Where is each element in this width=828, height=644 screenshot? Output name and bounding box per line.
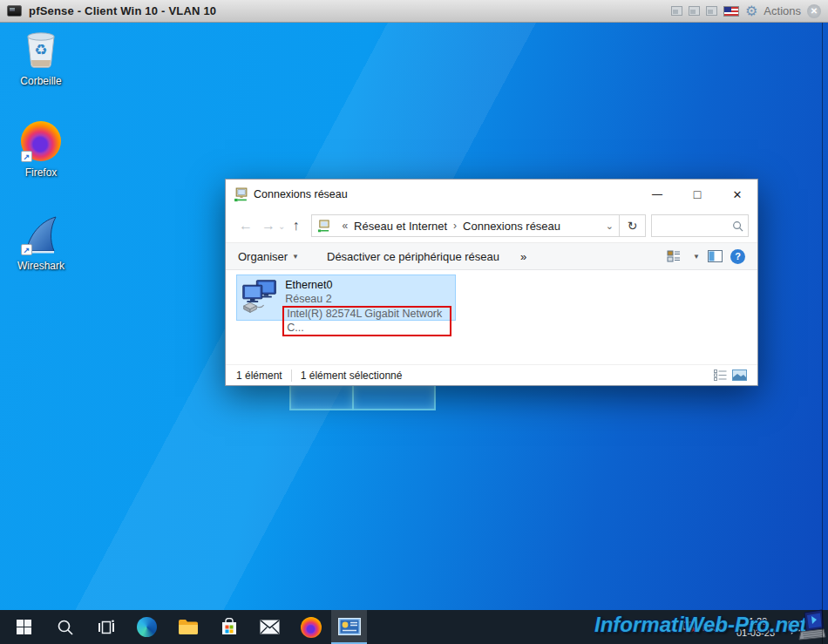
refresh-icon[interactable]: ↻ xyxy=(620,214,646,237)
taskbar-network-connections-button[interactable] xyxy=(331,610,367,644)
vm-console-icon xyxy=(7,5,22,17)
forward-icon[interactable]: → xyxy=(261,218,275,234)
wallpaper-windows-logo xyxy=(289,384,436,410)
wireshark-icon: ↗ xyxy=(20,214,62,256)
taskbar-firefox-button[interactable] xyxy=(290,610,331,644)
adapter-network: Réseau 2 xyxy=(285,293,451,307)
watermark-text: InformatiWeb-Pro.net xyxy=(594,613,807,637)
help-icon[interactable]: ? xyxy=(730,249,745,264)
search-icon xyxy=(57,619,74,636)
address-bar[interactable]: « Réseau et Internet › Connexions réseau… xyxy=(311,214,620,237)
folder-content[interactable]: Ethernet0 Réseau 2 Intel(R) 82574L Gigab… xyxy=(226,270,757,364)
breadcrumb-collapse[interactable]: « xyxy=(342,220,348,232)
breadcrumb-separator-icon: › xyxy=(453,220,457,232)
command-toolbar: Organiser ▼ Désactiver ce périphérique r… xyxy=(226,242,757,270)
close-button[interactable]: ✕ xyxy=(717,180,757,209)
recycle-bin-icon: ♻ xyxy=(20,30,62,71)
taskbar-search-button[interactable] xyxy=(44,610,85,644)
shortcut-arrow-icon: ↗ xyxy=(21,244,32,255)
breadcrumb-item[interactable]: Connexions réseau xyxy=(463,220,560,233)
network-adapter-icon xyxy=(241,278,277,316)
task-view-button[interactable] xyxy=(85,610,126,644)
close-icon[interactable]: ✕ xyxy=(807,4,821,18)
window-titlebar[interactable]: Connexions réseau — □ ✕ xyxy=(226,180,757,209)
search-icon xyxy=(732,220,743,232)
disable-device-button[interactable]: Désactiver ce périphérique réseau xyxy=(327,250,499,263)
desktop-icon-wireshark[interactable]: ↗ Wireshark xyxy=(0,214,82,272)
thumbnail-view-icon[interactable] xyxy=(732,369,747,381)
firefox-icon: ↗ xyxy=(20,121,62,163)
up-icon[interactable]: ↑ xyxy=(292,218,299,234)
vm-titlebar: pfSense - Client Win 10 - VLAN 10 ⚙ Acti… xyxy=(0,0,828,23)
preview-pane-icon[interactable] xyxy=(708,250,723,262)
network-connections-icon xyxy=(317,220,330,233)
file-explorer-icon xyxy=(178,619,199,636)
item-count: 1 élément xyxy=(236,369,282,382)
mail-icon xyxy=(260,620,280,634)
task-view-icon xyxy=(98,620,115,635)
firefox-icon xyxy=(301,617,322,638)
chevron-down-icon[interactable]: ⌄ xyxy=(606,220,614,232)
network-connections-icon xyxy=(234,187,248,202)
change-view-icon[interactable] xyxy=(667,249,681,263)
details-view-icon[interactable] xyxy=(714,369,727,381)
desktop-icon-label: Corbeille xyxy=(0,75,82,87)
desktop-icon-recycle-bin[interactable]: ♻ Corbeille xyxy=(0,30,82,87)
chevron-down-icon: ▼ xyxy=(292,253,299,261)
status-bar: 1 élément 1 élément sélectionné xyxy=(226,364,757,385)
desktop-icon-firefox[interactable]: ↗ Firefox xyxy=(0,120,82,179)
vm-console-screen: pfSense - Client Win 10 - VLAN 10 ⚙ Acti… xyxy=(0,0,828,644)
keyboard-layout-flag-icon[interactable] xyxy=(723,6,739,17)
edge-icon xyxy=(137,617,157,637)
back-icon[interactable]: ← xyxy=(239,218,253,234)
taskbar-edge-button[interactable] xyxy=(126,610,167,644)
selected-count: 1 élément sélectionné xyxy=(301,369,403,382)
navigation-bar: ← → ⌄ ↑ « Réseau et Internet › Connexion… xyxy=(226,209,757,242)
vm-screen-edge xyxy=(822,23,823,644)
store-icon xyxy=(221,618,238,636)
taskbar-explorer-button[interactable] xyxy=(167,610,208,644)
history-caret-icon[interactable]: ⌄ xyxy=(278,221,285,231)
chevron-down-icon[interactable]: ▼ xyxy=(693,253,700,261)
vm-panel-toggle-icon[interactable] xyxy=(671,6,682,16)
desktop-icon-label: Wireshark xyxy=(0,260,82,272)
adapter-device-annotation: Intel(R) 82574L Gigabit Network C... xyxy=(282,306,451,336)
shortcut-arrow-icon: ↗ xyxy=(21,151,32,162)
search-box[interactable] xyxy=(651,214,749,237)
adapter-name: Ethernet0 xyxy=(285,279,451,293)
toolbar-overflow-icon[interactable]: » xyxy=(520,250,526,263)
search-input[interactable] xyxy=(652,220,732,232)
breadcrumb-item[interactable]: Réseau et Internet xyxy=(354,220,447,233)
taskbar-store-button[interactable] xyxy=(208,610,249,644)
svg-text:♻: ♻ xyxy=(34,42,47,58)
network-connections-window-icon xyxy=(338,618,361,635)
start-button[interactable] xyxy=(3,610,44,644)
vm-panel-toggle-icon[interactable] xyxy=(706,6,717,16)
vm-actions-menu[interactable]: Actions xyxy=(764,4,801,17)
gear-icon[interactable]: ⚙ xyxy=(745,4,757,18)
network-adapter-item[interactable]: Ethernet0 Réseau 2 Intel(R) 82574L Gigab… xyxy=(236,275,456,321)
minimize-button[interactable]: — xyxy=(637,180,677,209)
maximize-button[interactable]: □ xyxy=(677,180,717,209)
taskbar-mail-button[interactable] xyxy=(249,610,290,644)
network-connections-window: Connexions réseau — □ ✕ ← → ⌄ ↑ « Réseau… xyxy=(225,179,758,386)
window-title: Connexions réseau xyxy=(254,188,348,200)
organize-menu[interactable]: Organiser xyxy=(238,250,288,263)
desktop-icon-label: Firefox xyxy=(0,166,82,179)
vm-title: pfSense - Client Win 10 - VLAN 10 xyxy=(29,4,216,17)
vm-panel-toggle-icon[interactable] xyxy=(689,6,700,16)
windows-logo-icon xyxy=(17,620,32,635)
